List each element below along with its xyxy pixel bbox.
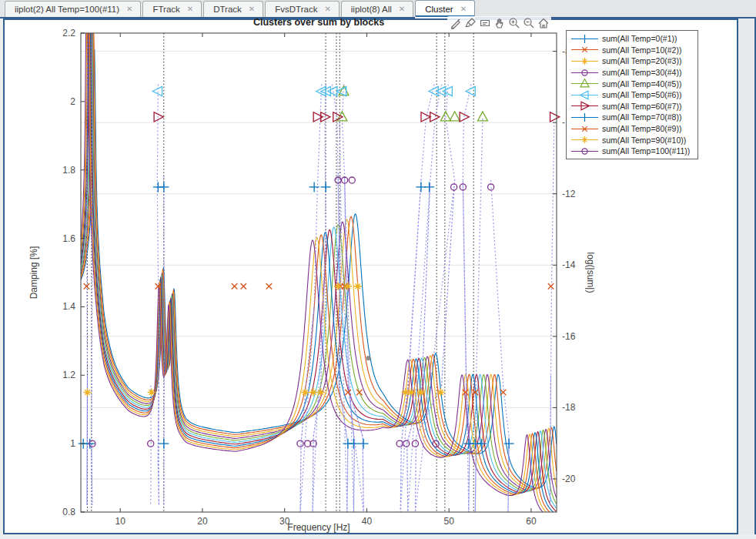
- legend-marker-sample: [570, 124, 599, 134]
- pan-button[interactable]: [493, 16, 506, 29]
- tab-close-icon[interactable]: ✕: [459, 5, 468, 14]
- legend-entry-label: sum(All Temp=70(#8)): [602, 112, 681, 122]
- export-button[interactable]: [449, 16, 462, 29]
- tab-close-icon[interactable]: ✕: [323, 5, 332, 14]
- home-icon: [537, 17, 550, 29]
- legend-entry[interactable]: sum(All Temp=100(#11)): [567, 146, 697, 157]
- bottom-margin: [0, 534, 756, 539]
- legend-entry[interactable]: sum(All Temp=20(#3)): [567, 55, 697, 67]
- legend-entry-label: sum(All Temp=50(#6)): [602, 90, 681, 99]
- legend-entry[interactable]: sum(All Temp=0(#1)): [567, 33, 697, 45]
- legend-marker-sample: [570, 135, 599, 145]
- legend-marker-sample: [570, 101, 599, 111]
- zoom-out-button[interactable]: [522, 16, 535, 29]
- document-tab-bar: iiplot(2) All Temp=100(#11)✕FTrack✕DTrac…: [0, 0, 756, 18]
- legend-marker-sample: [570, 90, 599, 100]
- tab-close-icon[interactable]: ✕: [397, 5, 406, 14]
- legend-entry[interactable]: sum(All Temp=70(#8)): [567, 112, 697, 123]
- brush-icon: [464, 17, 477, 29]
- tab-iiplot-8-all[interactable]: iiplot(8) All✕: [341, 1, 413, 17]
- brush-button[interactable]: [463, 16, 477, 29]
- tab-iiplot-2-all-temp-100-11-[interactable]: iiplot(2) All Temp=100(#11)✕: [5, 1, 141, 17]
- legend-marker-sample: [570, 56, 599, 66]
- zoom-in-button[interactable]: [507, 16, 520, 29]
- legend-entry-label: sum(All Temp=20(#3)): [602, 56, 681, 65]
- legend-entry-label: sum(All Temp=60(#7)): [602, 102, 681, 111]
- legend-entry-label: sum(All Temp=10(#2)): [602, 45, 681, 55]
- legend-entry[interactable]: sum(All Temp=60(#7)): [567, 101, 697, 112]
- zoom-out-icon: [523, 17, 535, 29]
- zoom-in-icon: [508, 17, 520, 29]
- plot-legend: sum(All Temp=0(#1))sum(All Temp=10(#2))s…: [566, 30, 698, 159]
- tab-label: FvsDTrack: [275, 5, 317, 14]
- tab-label: iiplot(8) All: [351, 5, 392, 14]
- legend-marker-sample: [570, 34, 599, 44]
- axes-toolbar: [447, 16, 551, 30]
- tab-label: iiplot(2) All Temp=100(#11): [15, 5, 119, 14]
- pan-icon: [493, 17, 506, 29]
- legend-marker-sample: [570, 112, 599, 122]
- legend-entry[interactable]: sum(All Temp=40(#5)): [567, 78, 697, 89]
- tab-fvsdtrack[interactable]: FvsDTrack✕: [265, 1, 340, 17]
- legend-entry[interactable]: sum(All Temp=50(#6)): [567, 89, 697, 101]
- legend-marker-sample: [570, 79, 599, 89]
- home-button[interactable]: [537, 16, 550, 29]
- tab-label: DTrack: [213, 5, 242, 14]
- legend-entry-label: sum(All Temp=30(#4)): [602, 68, 681, 77]
- tab-close-icon[interactable]: ✕: [247, 5, 256, 14]
- export-icon: [450, 17, 462, 29]
- datatips-icon: [479, 17, 491, 29]
- right-splitter-strip[interactable]: [738, 18, 756, 534]
- legend-entry[interactable]: sum(All Temp=90(#10)): [567, 134, 697, 146]
- legend-entry-label: sum(All Temp=90(#10)): [602, 136, 686, 145]
- legend-entry-label: sum(All Temp=0(#1)): [602, 34, 677, 43]
- tab-dtrack[interactable]: DTrack✕: [203, 1, 263, 17]
- tab-ftrack[interactable]: FTrack✕: [142, 1, 202, 17]
- tab-cluster[interactable]: Cluster✕: [415, 0, 475, 17]
- legend-entry[interactable]: sum(All Temp=30(#4)): [567, 67, 697, 79]
- legend-marker-sample: [570, 45, 599, 55]
- legend-entry-label: sum(All Temp=80(#9)): [602, 124, 681, 133]
- legend-marker-sample: [570, 146, 599, 156]
- legend-entry[interactable]: sum(All Temp=10(#2)): [567, 45, 697, 56]
- datatips-button[interactable]: [478, 16, 491, 29]
- legend-entry-label: sum(All Temp=100(#11)): [602, 146, 690, 156]
- tab-label: FTrack: [152, 5, 179, 14]
- tab-label: Cluster: [425, 5, 453, 14]
- legend-marker-sample: [570, 68, 599, 78]
- tab-close-icon[interactable]: ✕: [125, 5, 134, 14]
- legend-entry-label: sum(All Temp=40(#5)): [602, 79, 681, 89]
- legend-entry[interactable]: sum(All Temp=80(#9)): [567, 123, 697, 135]
- tab-close-icon[interactable]: ✕: [186, 5, 195, 14]
